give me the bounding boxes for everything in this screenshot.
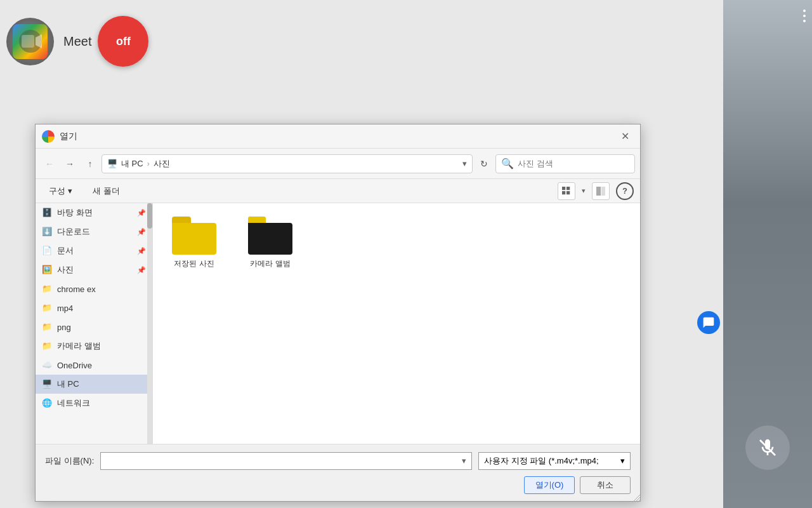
filetype-dropdown[interactable]: 사용자 지정 파일 (*.m4v;*.mp4; ▾ xyxy=(478,452,631,470)
forward-button[interactable]: → xyxy=(61,155,79,173)
file-grid: 저장된 사진 카메라 앨범 xyxy=(153,203,640,444)
file-item-saved-photos[interactable]: 저장된 사진 xyxy=(162,213,226,273)
sidebar-item-downloads[interactable]: ⬇️ 다운로드 📌 xyxy=(36,222,152,241)
photos-icon: 🖼️ xyxy=(42,265,52,275)
open-button[interactable]: 열기(O) xyxy=(524,476,575,494)
three-dots-icon xyxy=(803,10,806,22)
address-home-icon: 🖥️ xyxy=(107,159,117,168)
camera-album-label: 카메라 앨범 xyxy=(250,258,290,269)
address-bar-area: ← → ↑ 🖥️ 내 PC › 사진 ▾ ↻ 🔍 xyxy=(36,149,640,179)
details-pane-button[interactable] xyxy=(592,182,610,200)
filename-input-container[interactable]: ▾ xyxy=(100,452,472,470)
right-panel xyxy=(723,0,812,508)
sidebar-item-chrome-ex-label: chrome ex xyxy=(57,284,96,294)
mypc-icon: 🖥️ xyxy=(42,379,52,389)
svg-rect-5 xyxy=(566,187,570,190)
dialog-titlebar: 열기 ✕ xyxy=(36,124,640,149)
documents-pin-icon: 📌 xyxy=(137,247,146,255)
sidebar-item-mypc-label: 내 PC xyxy=(57,378,79,390)
sidebar-item-mypc[interactable]: 🖥️ 내 PC xyxy=(36,375,152,394)
svg-rect-7 xyxy=(566,191,570,194)
help-button[interactable]: ? xyxy=(616,182,634,200)
back-button[interactable]: ← xyxy=(41,155,58,173)
view-toggle-button[interactable] xyxy=(558,182,575,200)
sidebar-item-png[interactable]: 📁 png xyxy=(36,318,152,337)
organize-label: 구성 xyxy=(49,185,65,197)
right-panel-menu[interactable] xyxy=(803,10,806,22)
sidebar-item-mp4-label: mp4 xyxy=(57,304,73,313)
organize-button[interactable]: 구성 ▾ xyxy=(42,183,79,199)
filename-label: 파일 이름(N): xyxy=(45,455,94,467)
sidebar: 🗄️ 바탕 화면 📌 ⬇️ 다운로드 📌 📄 문서 📌 🖼️ 사진 📌 📁 xyxy=(36,203,153,444)
sidebar-item-documents[interactable]: 📄 문서 📌 xyxy=(36,241,152,260)
sidebar-item-photos[interactable]: 🖼️ 사진 📌 xyxy=(36,260,152,279)
onedrive-icon: ☁️ xyxy=(42,360,52,370)
camera-album-icon: 📁 xyxy=(42,341,52,351)
filename-row: 파일 이름(N): ▾ 사용자 지정 파일 (*.m4v;*.mp4; ▾ xyxy=(45,452,631,470)
chrome-ex-icon: 📁 xyxy=(42,284,52,294)
sidebar-item-chrome-ex[interactable]: 📁 chrome ex xyxy=(36,279,152,298)
sidebar-item-network-label: 네트워크 xyxy=(57,398,90,409)
dialog-main: 🗄️ 바탕 화면 📌 ⬇️ 다운로드 📌 📄 문서 📌 🖼️ 사진 📌 📁 xyxy=(36,203,640,444)
refresh-button[interactable]: ↻ xyxy=(475,155,493,173)
documents-icon: 📄 xyxy=(42,246,52,256)
filename-dropdown-icon[interactable]: ▾ xyxy=(462,456,466,465)
meet-label: Meet xyxy=(63,34,91,49)
mp4-icon: 📁 xyxy=(42,303,52,313)
search-input[interactable] xyxy=(518,159,629,168)
svg-rect-1 xyxy=(22,35,34,48)
sidebar-item-png-label: png xyxy=(57,323,71,332)
sidebar-item-network[interactable]: 🌐 네트워크 xyxy=(36,394,152,413)
svg-rect-6 xyxy=(562,191,565,194)
sidebar-item-camera-album[interactable]: 📁 카메라 앨범 xyxy=(36,337,152,356)
photos-pin-icon: 📌 xyxy=(137,266,146,274)
dialog-title: 열기 xyxy=(60,131,611,142)
dialog-bottom: 파일 이름(N): ▾ 사용자 지정 파일 (*.m4v;*.mp4; ▾ 열기… xyxy=(36,444,640,501)
svg-rect-8 xyxy=(596,187,601,196)
sidebar-scrollbar-thumb xyxy=(147,203,152,229)
desktop-pin-icon: 📌 xyxy=(137,209,146,217)
mute-button[interactable] xyxy=(745,425,790,470)
sidebar-item-photos-label: 사진 xyxy=(57,264,74,276)
sidebar-item-desktop[interactable]: 🗄️ 바탕 화면 📌 xyxy=(36,203,152,222)
file-dialog: 열기 ✕ ← → ↑ 🖥️ 내 PC › 사진 ▾ ↻ 🔍 구성 ▾ 새 폴더 xyxy=(35,124,641,502)
svg-rect-9 xyxy=(601,187,605,196)
address-bar[interactable]: 🖥️ 내 PC › 사진 ▾ xyxy=(102,154,473,173)
chat-bubble[interactable] xyxy=(697,311,720,334)
filetype-label: 사용자 지정 파일 (*.m4v;*.mp4; xyxy=(484,455,599,467)
saved-photos-label: 저장된 사진 xyxy=(174,258,214,269)
search-box[interactable]: 🔍 xyxy=(495,154,635,173)
svg-rect-4 xyxy=(562,187,565,190)
filename-input[interactable] xyxy=(106,456,459,465)
sidebar-item-onedrive[interactable]: ☁️ OneDrive xyxy=(36,356,152,375)
top-area: Meet off xyxy=(0,0,165,83)
new-folder-label: 새 폴더 xyxy=(93,185,120,197)
sidebar-scrollbar[interactable] xyxy=(147,203,152,444)
toolbar-area: 구성 ▾ 새 폴더 ▾ ? xyxy=(36,179,640,203)
meet-icon xyxy=(6,18,54,65)
sidebar-item-onedrive-label: OneDrive xyxy=(57,361,92,370)
view-dropdown-icon[interactable]: ▾ xyxy=(582,187,586,195)
camera-album-folder-icon xyxy=(248,217,292,255)
sidebar-item-documents-label: 문서 xyxy=(57,245,74,257)
downloads-pin-icon: 📌 xyxy=(137,228,146,236)
png-icon: 📁 xyxy=(42,322,52,332)
organize-dropdown-icon: ▾ xyxy=(68,186,72,196)
address-part-2: 사진 xyxy=(154,158,170,170)
filetype-dropdown-icon: ▾ xyxy=(620,456,625,465)
off-button-label: off xyxy=(116,35,131,48)
sidebar-item-camera-album-label: 카메라 앨범 xyxy=(57,340,101,352)
downloads-icon: ⬇️ xyxy=(42,227,52,237)
cancel-button[interactable]: 취소 xyxy=(580,476,631,494)
new-folder-button[interactable]: 새 폴더 xyxy=(86,183,127,199)
network-icon: 🌐 xyxy=(42,398,52,408)
sidebar-item-mp4[interactable]: 📁 mp4 xyxy=(36,298,152,318)
up-button[interactable]: ↑ xyxy=(81,155,99,173)
off-button[interactable]: off xyxy=(98,16,148,67)
file-item-camera-album[interactable]: 카메라 앨범 xyxy=(239,213,302,273)
desktop-icon: 🗄️ xyxy=(42,208,52,218)
resize-handle[interactable] xyxy=(632,493,640,501)
address-dropdown-icon[interactable]: ▾ xyxy=(462,159,467,168)
dialog-close-button[interactable]: ✕ xyxy=(616,128,634,145)
search-icon: 🔍 xyxy=(501,157,514,170)
